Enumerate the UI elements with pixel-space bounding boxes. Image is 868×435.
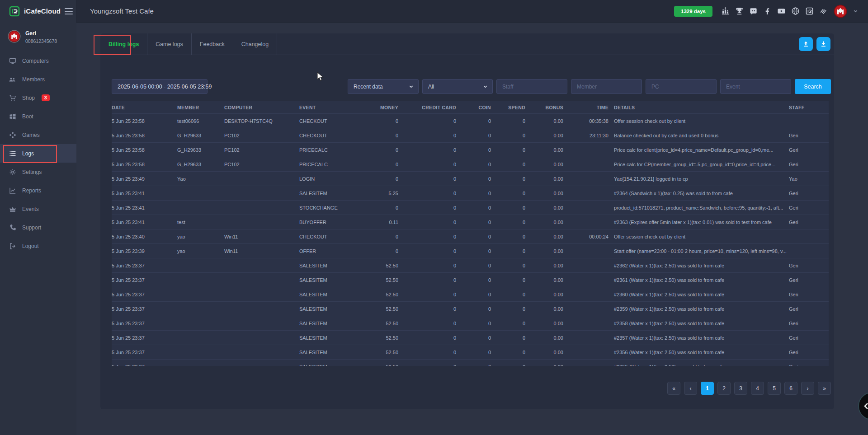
cell-bonus: 0.00 (525, 248, 563, 254)
cell-member: test (177, 220, 224, 225)
user-avatar-small[interactable] (8, 30, 21, 43)
cell-bonus: 0.00 (525, 191, 563, 196)
tab-game-logs[interactable]: Game logs (147, 33, 191, 55)
sidebar-item-boot[interactable]: Boot (0, 107, 76, 126)
cell-bonus: 0.00 (525, 118, 563, 124)
page-button-3[interactable]: 3 (734, 382, 747, 395)
tab-changelog[interactable]: Changelog (233, 33, 277, 55)
cell-bonus: 0.00 (525, 133, 563, 138)
cell-staff: Geri (789, 263, 829, 268)
page-button-nav-1[interactable]: « (667, 382, 680, 395)
cell-date: 5 Jun 25 23:58 (112, 133, 177, 138)
column-header: TIME (563, 105, 609, 110)
user-avatar[interactable] (834, 5, 847, 18)
chevron-down-icon[interactable] (853, 9, 858, 14)
cell-event: LOGIN (299, 176, 358, 182)
sidebar-item-games[interactable]: Games (0, 126, 76, 144)
sidebar-item-settings[interactable]: Settings (0, 163, 76, 181)
table-body: 5 Jun 25 23:58 test06066 DESKTOP-H7STC4Q… (112, 113, 829, 366)
cell-money: 0 (358, 248, 398, 254)
sidebar-item-logout[interactable]: Logout (0, 237, 76, 255)
date-range-input[interactable]: 2025-06-05 00:00 - 2025-06-05 23:59 (112, 79, 208, 94)
sidebar-item-members[interactable]: Members (0, 70, 76, 89)
sidebar-item-events[interactable]: Events (0, 200, 76, 218)
page-button-4[interactable]: 4 (751, 382, 764, 395)
cell-staff: Geri (789, 292, 829, 297)
cell-spend: 0 (491, 263, 525, 268)
page-button-nav-10[interactable]: » (818, 382, 831, 395)
ranking-icon[interactable] (721, 7, 730, 15)
cell-event: STOCKCHANGE (299, 205, 358, 210)
globe-icon[interactable] (791, 7, 800, 15)
sidebar-item-shop[interactable]: Shop 3 (0, 89, 76, 107)
event-input[interactable] (720, 79, 791, 94)
cell-date: 5 Jun 25 23:37 (112, 263, 177, 268)
sidebar-item-computers[interactable]: Computers (0, 51, 76, 70)
tabs: Billing logs Game logs Feedback Changelo… (100, 33, 277, 55)
cell-bonus: 0.00 (525, 234, 563, 239)
column-header: DATE (112, 105, 177, 110)
sidebar-item-support[interactable]: Support (0, 218, 76, 237)
days-badge[interactable]: 1329 days (674, 6, 712, 17)
staff-input[interactable] (496, 79, 567, 94)
facebook-icon[interactable] (763, 7, 772, 15)
cell-coin: 0 (456, 162, 491, 167)
column-header: EVENT (299, 105, 358, 110)
page-button-nav-2[interactable]: ‹ (684, 382, 697, 395)
search-button[interactable]: Search (795, 79, 831, 94)
table-row: 5 Jun 25 23:58 test06066 DESKTOP-H7STC4Q… (112, 113, 829, 128)
discord-icon[interactable] (749, 7, 758, 15)
cell-staff: Geri (789, 205, 829, 210)
tabs-row: Billing logs Game logs Feedback Changelo… (100, 33, 834, 55)
table-row: 5 Jun 25 23:37 SALESITEM 52.50 0 0 0 0.0… (112, 345, 829, 359)
hamburger-menu-icon[interactable] (65, 8, 73, 14)
sidebar-item-logs[interactable]: Logs (0, 144, 76, 163)
pc-input[interactable] (646, 79, 717, 94)
cell-credit-card: 0 (398, 133, 456, 138)
table-row: 5 Jun 25 23:41 SALESITEM 5.25 0 0 0 0.00… (112, 186, 829, 200)
trophy-icon[interactable] (735, 7, 744, 15)
page-button-2[interactable]: 2 (717, 382, 731, 395)
cell-money: 52.50 (358, 306, 398, 312)
page-button-nav-9[interactable]: › (801, 382, 814, 395)
cell-details: Price calc for CP(member_group_id=-5,pc_… (609, 162, 789, 167)
date-preset-select[interactable]: Recent data (348, 79, 419, 94)
page-button-6[interactable]: 6 (784, 382, 797, 395)
cell-credit-card: 0 (398, 321, 456, 326)
cell-event: SALESITEM (299, 364, 358, 366)
cell-spend: 0 (491, 147, 525, 153)
cell-member: yao (177, 248, 224, 254)
cell-spend: 0 (491, 234, 525, 239)
upload-button[interactable] (799, 37, 813, 51)
cell-member: yao (177, 234, 224, 239)
cell-credit-card: 0 (398, 118, 456, 124)
cell-bonus: 0.00 (525, 205, 563, 210)
cell-details: #2363 (Expires offer 5min later x 1)(tax… (609, 220, 789, 225)
cell-money: 52.50 (358, 350, 398, 355)
member-input[interactable] (571, 79, 642, 94)
date-preset-value: Recent data (354, 84, 383, 90)
cell-details: #2356 (Water x 1)(tax: 2.50) was sold to… (609, 350, 789, 355)
icafecloud-box-icon[interactable] (805, 7, 814, 15)
tab-billing-logs[interactable]: Billing logs (100, 33, 147, 55)
sidebar-item-reports[interactable]: Reports (0, 181, 76, 200)
layers-icon[interactable] (819, 7, 828, 15)
tab-feedback[interactable]: Feedback (192, 33, 233, 55)
cell-details: #2358 (Water x 1)(tax: 2.50) was sold to… (609, 321, 789, 326)
cell-bonus: 0.00 (525, 277, 563, 283)
cell-event: SALESITEM (299, 292, 358, 297)
category-select[interactable]: All (422, 79, 493, 94)
cell-coin: 0 (456, 220, 491, 225)
youtube-icon[interactable] (777, 7, 786, 15)
cell-spend: 0 (491, 118, 525, 124)
cell-event: PRICECALC (299, 162, 358, 167)
table-row: 5 Jun 25 23:41 STOCKCHANGE 0 0 0 0 0.00 … (112, 200, 829, 215)
page-button-1[interactable]: 1 (701, 382, 714, 395)
cell-credit-card: 0 (398, 147, 456, 153)
download-button[interactable] (816, 37, 830, 51)
cell-spend: 0 (491, 205, 525, 210)
page-button-5[interactable]: 5 (768, 382, 781, 395)
cell-bonus: 0.00 (525, 263, 563, 268)
cell-computer: PC102 (224, 147, 299, 153)
column-header: BONUS (525, 105, 563, 110)
